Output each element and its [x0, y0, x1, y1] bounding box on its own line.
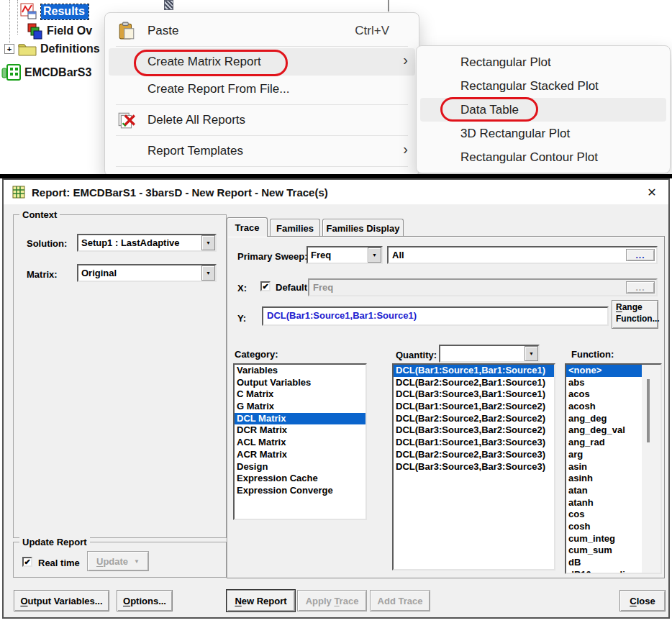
function-item[interactable]: dB10normalize	[566, 569, 642, 574]
quantity-item[interactable]: DCL(Bar2:Source2,Bar2:Source2)	[394, 413, 554, 425]
function-item[interactable]: abs	[566, 377, 642, 389]
category-item[interactable]: Variables	[235, 365, 365, 377]
primary-sweep-label: Primary Sweep:	[237, 251, 308, 262]
groupbox-legend: Update Report	[19, 537, 90, 547]
quantity-item[interactable]: DCL(Bar3:Source3,Bar3:Source3)	[394, 461, 554, 473]
submenu-arrow-icon: ›	[403, 142, 408, 156]
sweep-range-field[interactable]: All ...	[387, 246, 658, 264]
solution-dropdown[interactable]: Setup1 : LastAdaptive ▼	[77, 234, 217, 252]
category-item[interactable]: C Matrix	[235, 388, 365, 401]
menu-item-delete-all-reports[interactable]: Delete All Reports	[109, 106, 415, 134]
primary-sweep-dropdown[interactable]: Freq ▼	[307, 246, 383, 264]
category-listbox[interactable]: VariablesOutput VariablesC MatrixG Matri…	[233, 363, 367, 520]
chevron-down-icon[interactable]: ▼	[201, 235, 215, 250]
results-icon	[20, 3, 37, 20]
submenu-item-data-table[interactable]: Data Table	[420, 98, 666, 122]
new-report-button[interactable]: New Report	[227, 590, 295, 611]
primary-sweep-value: Freq	[311, 250, 331, 260]
chevron-down-icon[interactable]: ▼	[368, 247, 381, 263]
category-item[interactable]: DCR Matrix	[235, 424, 365, 437]
tree-item-definitions[interactable]: + Definitions	[4, 42, 100, 56]
submenu-item-3d-rectangular-plot[interactable]: 3D Rectangular Plot	[420, 122, 666, 145]
function-item[interactable]: acosh	[566, 401, 642, 413]
function-item[interactable]: cos	[566, 509, 642, 521]
quantity-item[interactable]: DCL(Bar3:Source3,Bar2:Source2)	[394, 424, 554, 437]
function-item[interactable]: acos	[566, 388, 642, 401]
dialog-title: Report: EMCDBarS1 - 3barsD - New Report …	[32, 186, 328, 199]
menu-item-create-report-from-file[interactable]: Create Report From File...	[109, 76, 415, 103]
function-item[interactable]: atan	[566, 485, 642, 497]
x-ellipsis-button: ...	[626, 281, 655, 294]
chevron-down-icon[interactable]: ▼	[525, 346, 538, 361]
quantity-item[interactable]: DCL(Bar2:Source2,Bar1:Source1)	[394, 377, 554, 389]
function-item[interactable]: cosh	[566, 521, 642, 533]
chevron-down-icon[interactable]: ▼	[201, 265, 215, 281]
menu-item-create-matrix-report[interactable]: Create Matrix Report ›	[109, 48, 415, 76]
y-expression-field[interactable]: DCL(Bar1:Source1,Bar1:Source1)	[262, 306, 609, 326]
tab-families-display[interactable]: Families Display	[322, 219, 404, 237]
function-item[interactable]: dB	[566, 557, 642, 569]
tree-item-field-overlays[interactable]: Field Ov	[27, 22, 92, 40]
category-item[interactable]: DCL Matrix	[235, 413, 365, 425]
menu-item-label: Create Matrix Report	[147, 55, 261, 69]
output-variables-button[interactable]: Output Variables...	[14, 590, 109, 611]
function-item[interactable]: atanh	[566, 497, 642, 509]
groupbox-legend: Context	[19, 209, 60, 220]
function-item[interactable]: ang_deg_val	[566, 424, 642, 437]
function-scrollbar[interactable]	[642, 365, 660, 573]
function-item[interactable]: arg	[566, 449, 642, 461]
category-item[interactable]: Expression Converge	[235, 485, 365, 497]
quantity-item[interactable]: DCL(Bar2:Source2,Bar3:Source3)	[394, 449, 554, 461]
quantity-item[interactable]: DCL(Bar1:Source1,Bar3:Source3)	[394, 437, 554, 449]
delete-reports-icon	[117, 111, 136, 129]
quantity-item[interactable]: DCL(Bar1:Source1,Bar2:Source2)	[394, 401, 554, 413]
function-item[interactable]: asin	[566, 461, 642, 473]
function-listbox[interactable]: <none>absacosacoshang_degang_deg_valang_…	[565, 363, 662, 574]
tree-expand-icon[interactable]: +	[4, 44, 14, 54]
top-app-fragment: Results Field Ov + Definitions	[0, 0, 672, 174]
submenu-item-rectangular-plot[interactable]: Rectangular Plot	[420, 50, 666, 74]
x-default-checkbox[interactable]: ✔	[260, 281, 271, 291]
category-item[interactable]: G Matrix	[235, 401, 365, 413]
quantity-listbox[interactable]: DCL(Bar1:Source1,Bar1:Source1)DCL(Bar2:S…	[392, 363, 555, 570]
tree-connector-line	[17, 0, 18, 35]
window-edge-fragment	[388, 0, 389, 12]
chevron-down-icon: ▼	[134, 558, 140, 565]
range-function-button[interactable]: Range Function...	[612, 300, 658, 329]
real-time-checkbox[interactable]: ✔	[22, 557, 32, 567]
function-item[interactable]: asinh	[566, 473, 642, 485]
function-item[interactable]: ang_rad	[566, 437, 642, 449]
menu-item-label: Create Report From File...	[147, 82, 289, 96]
category-item[interactable]: Output Variables	[235, 377, 365, 389]
quantity-dropdown[interactable]: ▼	[439, 345, 540, 363]
sweep-range-ellipsis-button[interactable]: ...	[626, 249, 655, 261]
y-label: Y:	[237, 313, 246, 324]
matrix-label: Matrix:	[27, 269, 58, 280]
tree-item-results[interactable]: Results	[20, 3, 88, 20]
quantity-item[interactable]: DCL(Bar3:Source3,Bar1:Source1)	[394, 388, 554, 401]
apply-trace-button: Apply Trace	[297, 590, 367, 611]
menu-shortcut: Ctrl+V	[355, 24, 389, 38]
menu-item-paste[interactable]: Paste Ctrl+V	[109, 17, 415, 45]
tree-item-emcdbars3[interactable]: EMCDBarS3	[1, 63, 91, 81]
submenu-arrow-icon: ›	[403, 53, 408, 67]
function-item[interactable]: cum_sum	[566, 545, 642, 557]
tab-families[interactable]: Families	[270, 219, 320, 237]
scrollbar-thumb[interactable]	[647, 379, 650, 442]
category-item[interactable]: ACL Matrix	[235, 437, 365, 449]
function-item[interactable]: ang_deg	[566, 413, 642, 425]
options-button[interactable]: Options...	[117, 590, 173, 611]
category-item[interactable]: Design	[235, 461, 365, 473]
submenu-item-rectangular-stacked-plot[interactable]: Rectangular Stacked Plot	[420, 74, 666, 98]
menu-item-report-templates[interactable]: Report Templates ›	[109, 137, 415, 165]
quantity-item[interactable]: DCL(Bar1:Source1,Bar1:Source1)	[394, 365, 554, 377]
matrix-dropdown[interactable]: Original ▼	[77, 264, 217, 282]
category-item[interactable]: ACR Matrix	[235, 449, 365, 461]
function-item[interactable]: cum_integ	[566, 533, 642, 545]
close-icon[interactable]: ✕	[644, 185, 660, 201]
function-item[interactable]: <none>	[566, 365, 642, 377]
tab-trace[interactable]: Trace	[227, 217, 268, 237]
category-item[interactable]: Expression Cache	[235, 473, 365, 485]
submenu-item-rectangular-contour-plot[interactable]: Rectangular Contour Plot	[420, 145, 666, 169]
close-button[interactable]: Close	[619, 590, 666, 611]
